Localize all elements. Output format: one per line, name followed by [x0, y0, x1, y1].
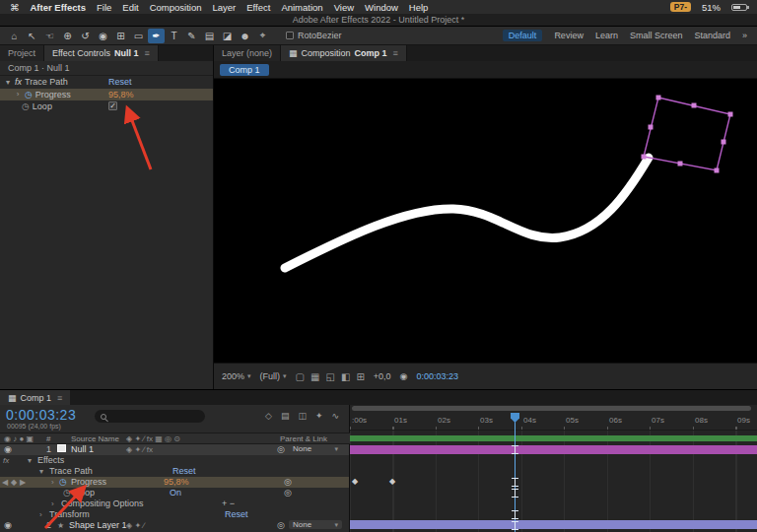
reset-button[interactable]: Reset — [225, 509, 248, 520]
menu-edit[interactable]: Edit — [122, 2, 138, 13]
shape-tool-icon[interactable]: ▭ — [130, 29, 147, 43]
tab-composition[interactable]: ▦ Composition Comp 1 ≡ — [281, 45, 407, 61]
rotation-tool-icon[interactable]: ↺ — [77, 29, 94, 43]
clone-stamp-tool-icon[interactable]: ▤ — [201, 29, 218, 43]
rotobezier-checkbox[interactable] — [286, 32, 294, 39]
selection-tool-icon[interactable]: ↖ — [24, 29, 40, 43]
menu-effect[interactable]: Effect — [246, 2, 270, 13]
fx-badge-icon[interactable]: fx — [15, 76, 22, 89]
twirl-open-icon[interactable]: ▾ — [28, 455, 32, 466]
graph-editor-icon[interactable]: ∿ — [331, 411, 339, 421]
menu-composition[interactable]: Composition — [150, 2, 202, 13]
keyframe-next-icon[interactable]: ▶ — [20, 477, 26, 488]
timeline-row-trace-path[interactable]: ▾ Trace Path Reset — [0, 466, 350, 477]
loop-value[interactable]: On — [170, 488, 181, 499]
progress-property-row[interactable]: › ◷ Progress 95,8% — [0, 89, 213, 100]
keyframe-diamond[interactable]: ◆ — [352, 478, 358, 486]
layer-bar-shape-layer[interactable] — [350, 520, 757, 529]
effect-reset-button[interactable]: Reset — [108, 76, 132, 89]
menu-after-effects[interactable]: After Effects — [31, 2, 87, 13]
viewer-timecode[interactable]: 0:00:03:23 — [416, 371, 458, 381]
twirl-open-icon[interactable]: ▾ — [4, 76, 12, 89]
menu-layer[interactable]: Layer — [213, 2, 237, 13]
workspace-review[interactable]: Review — [554, 31, 584, 40]
workspace-overflow-icon[interactable]: » — [742, 31, 747, 40]
timeline-search-input[interactable] — [95, 410, 205, 423]
panel-menu-icon[interactable]: ≡ — [57, 393, 62, 403]
timeline-row-loop[interactable]: ◷ Loop On ◎ — [0, 488, 350, 499]
current-timecode[interactable]: 0:00:03:23 — [6, 407, 76, 423]
eye-icon[interactable]: ◉ — [4, 520, 12, 531]
timeline-row-progress[interactable]: ◀ ◆ ▶ › ◷ Progress 95,8% ◎ — [0, 477, 349, 488]
panel-menu-icon[interactable]: ≡ — [393, 48, 398, 58]
type-tool-icon[interactable]: T — [166, 29, 182, 43]
fx-badge-icon[interactable]: fx — [3, 455, 9, 466]
timeline-row-effects[interactable]: fx ▾ Effects — [0, 455, 350, 466]
include-in-graph-icon[interactable]: ◎ — [284, 488, 292, 499]
progress-value[interactable]: 95,8% — [108, 89, 134, 100]
time-navigator-bar[interactable] — [352, 406, 751, 411]
workspace-learn[interactable]: Learn — [595, 31, 618, 40]
twirl-closed-icon[interactable]: › — [51, 499, 54, 509]
menu-window[interactable]: Window — [365, 2, 398, 13]
timeline-row-transform[interactable]: › Transform Reset — [0, 509, 350, 520]
hand-tool-icon[interactable]: ☜ — [41, 29, 58, 43]
menu-animation[interactable]: Animation — [281, 2, 322, 13]
timeline-row-null1[interactable]: ◉ 1 Null 1 ◈ ✦ ∕ fx ◎ None ▾ — [0, 444, 349, 455]
menu-file[interactable]: File — [97, 2, 111, 13]
frame-blend-icon[interactable]: ▤ — [281, 411, 290, 421]
home-tool-icon[interactable]: ⌂ — [6, 29, 23, 43]
pick-whip-icon[interactable]: ◎ — [277, 444, 285, 455]
timeline-tab-comp1[interactable]: ▦ Comp 1 ≡ — [0, 390, 70, 405]
keyframe-prev-icon[interactable]: ◀ — [2, 477, 8, 488]
loop-checkbox[interactable]: ✓ — [108, 101, 117, 110]
pen-tool-icon[interactable]: ✒ — [148, 29, 165, 43]
layer-name[interactable]: Null 1 — [71, 444, 94, 455]
panel-menu-icon[interactable]: ≡ — [144, 48, 149, 58]
timeline-row-compositing-options[interactable]: › Compositing Options + − — [0, 499, 350, 509]
pick-whip-icon[interactable]: ◎ — [277, 520, 285, 531]
parent-dropdown[interactable]: None ▾ — [289, 520, 342, 529]
snapshot-camera-icon[interactable]: ◉ — [400, 371, 408, 381]
twirl-open-icon[interactable]: ▾ — [39, 466, 43, 477]
zoom-tool-icon[interactable]: ⊕ — [59, 29, 76, 43]
layer-bar-null1[interactable] — [350, 445, 757, 454]
brush-tool-icon[interactable]: ✎ — [183, 29, 200, 43]
tab-effect-controls[interactable]: Effect Controls Null 1 ≡ — [44, 45, 159, 61]
camera-tool-icon[interactable]: ◉ — [95, 29, 111, 43]
timeline-track-area[interactable]: :00s 01s 02s 03s 04s 05s 06s 07s 08s 09s… — [350, 405, 757, 532]
comp-chip[interactable]: Comp 1 — [220, 64, 269, 76]
tab-project[interactable]: Project — [0, 45, 44, 61]
include-in-graph-icon[interactable]: ◎ — [284, 477, 292, 488]
shy-icon[interactable]: ◇ — [265, 411, 272, 421]
workspace-default[interactable]: Default — [503, 30, 543, 41]
resolution-dropdown[interactable]: (Full) ▾ — [260, 371, 287, 381]
effect-header-row[interactable]: ▾ fx Trace Path Reset — [0, 76, 213, 89]
keyframe-add-icon[interactable]: ◆ — [11, 477, 17, 488]
pixel-aspect-icon[interactable]: ⊞ — [356, 371, 364, 382]
twirl-closed-icon[interactable]: › — [39, 509, 42, 520]
progress-stopwatch-icon[interactable]: ◷ — [25, 89, 33, 100]
parent-dropdown[interactable]: None ▾ — [289, 444, 342, 453]
tab-layer-viewer[interactable]: Layer (none) — [214, 45, 281, 61]
eraser-tool-icon[interactable]: ◪ — [219, 29, 236, 43]
status-badge[interactable]: P7- — [670, 2, 691, 12]
loop-stopwatch-icon[interactable]: ◷ — [63, 488, 71, 499]
draft-3d-icon[interactable]: ✦ — [315, 411, 323, 421]
layer-switches[interactable]: ◈ ✦ ∕ fx — [126, 444, 153, 455]
workspace-standard[interactable]: Standard — [694, 31, 730, 40]
puppet-tool-icon[interactable]: ⌖ — [254, 29, 271, 43]
roto-brush-tool-icon[interactable]: ☻ — [237, 29, 253, 43]
compositing-add-remove[interactable]: + − — [222, 499, 235, 509]
loop-stopwatch-icon[interactable]: ◷ — [22, 100, 30, 112]
time-ruler[interactable]: :00s 01s 02s 03s 04s 05s 06s 07s 08s 09s — [350, 413, 757, 431]
loop-property-row[interactable]: ◷ Loop ✓ — [0, 100, 213, 112]
reset-button[interactable]: Reset — [172, 466, 196, 477]
layer-name[interactable]: Shape Layer 1 — [69, 520, 127, 531]
pan-behind-tool-icon[interactable]: ⊞ — [112, 29, 129, 43]
apple-menu-icon[interactable]: ⌘ — [10, 2, 20, 13]
progress-value[interactable]: 95,8% — [164, 477, 189, 488]
grid-options-icon[interactable]: ▢ — [296, 371, 305, 382]
twirl-closed-icon[interactable]: › — [51, 477, 54, 488]
menu-help[interactable]: Help — [409, 2, 429, 13]
